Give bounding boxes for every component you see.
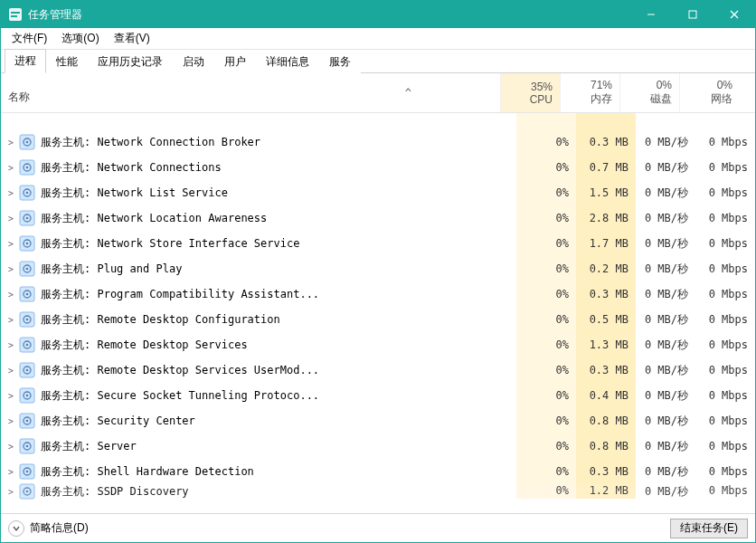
tab-details[interactable]: 详细信息 <box>256 50 319 73</box>
process-row[interactable]: >服务主机: Program Compatibility Assistant..… <box>1 281 755 307</box>
process-row[interactable]: >服务主机: Shell Hardware Detection0%0.3 MB0… <box>1 459 755 484</box>
process-network: 0 Mbps <box>695 408 755 433</box>
process-disk: 0 MB/秒 <box>636 383 695 408</box>
process-row[interactable]: >服务主机: Plug and Play0%0.2 MB0 MB/秒0 Mbps <box>1 256 755 281</box>
process-network: 0 Mbps <box>695 180 755 205</box>
disk-usage-pct: 0% <box>657 79 672 91</box>
expand-toggle-icon[interactable]: > <box>1 188 15 198</box>
tab-performance[interactable]: 性能 <box>46 50 88 73</box>
expand-toggle-icon[interactable]: > <box>1 467 15 477</box>
expand-toggle-icon[interactable]: > <box>1 366 15 376</box>
process-row[interactable]: >服务主机: SSDP Discovery0%1.2 MB0 MB/秒0 Mbp… <box>1 484 755 499</box>
fewer-details-label[interactable]: 简略信息(D) <box>30 520 89 536</box>
process-name: 服务主机: Remote Desktop Configuration <box>41 312 516 328</box>
process-memory: 1.2 MB <box>576 484 636 499</box>
process-row[interactable]: >服务主机: Remote Desktop Services0%1.3 MB0 … <box>1 332 755 357</box>
chevron-down-icon <box>12 524 21 533</box>
process-disk: 0 MB/秒 <box>636 155 695 180</box>
process-row[interactable]: >服务主机: Server0%0.8 MB0 MB/秒0 Mbps <box>1 433 755 459</box>
process-network: 0 Mbps <box>695 332 755 357</box>
process-row[interactable]: >服务主机: Network Store Interface Service0%… <box>1 231 755 256</box>
column-name-label: 名称 <box>8 90 30 109</box>
minimize-button[interactable] <box>630 1 672 28</box>
expand-toggle-icon[interactable]: > <box>1 416 15 426</box>
menu-options[interactable]: 选项(O) <box>54 29 106 48</box>
service-host-icon <box>19 286 35 302</box>
expand-toggle-icon[interactable]: > <box>1 391 15 401</box>
column-memory[interactable]: 71% 内存 <box>561 73 620 112</box>
expand-toggle-icon[interactable]: > <box>1 138 15 148</box>
process-row[interactable]: >服务主机: Network Connections0%0.7 MB0 MB/秒… <box>1 155 755 180</box>
service-host-icon <box>19 387 35 404</box>
network-label: 网络 <box>711 91 732 107</box>
process-disk: 0 MB/秒 <box>636 180 695 205</box>
process-cpu: 0% <box>516 281 576 307</box>
service-host-icon <box>19 438 35 454</box>
process-name: 服务主机: Network List Service <box>41 186 516 201</box>
column-headers: 名称 ^ 35% CPU 71% 内存 0% 磁盘 0% 网络 <box>1 73 755 113</box>
svg-point-45 <box>26 445 29 448</box>
tab-services[interactable]: 服务 <box>319 50 361 73</box>
column-name[interactable]: 名称 ^ <box>1 73 501 112</box>
column-disk[interactable]: 0% 磁盘 <box>620 73 680 112</box>
maximize-button[interactable] <box>672 1 713 28</box>
service-host-icon <box>19 134 35 150</box>
expand-toggle-icon[interactable]: > <box>1 163 15 173</box>
tab-app-history[interactable]: 应用历史记录 <box>88 50 173 73</box>
service-host-icon <box>19 185 35 201</box>
process-disk: 0 MB/秒 <box>636 433 695 459</box>
process-cpu: 0% <box>516 129 576 155</box>
svg-point-9 <box>26 141 29 144</box>
process-memory: 1.5 MB <box>576 180 636 205</box>
expand-toggle-icon[interactable]: > <box>1 315 15 325</box>
expand-toggle-icon[interactable]: > <box>1 442 15 452</box>
expand-toggle-icon[interactable]: > <box>1 340 15 350</box>
process-memory: 0.3 MB <box>576 129 636 155</box>
process-memory: 0.5 MB <box>576 307 636 332</box>
service-host-icon <box>19 311 35 328</box>
process-row[interactable]: >服务主机: Network Location Awareness0%2.8 M… <box>1 205 755 231</box>
process-cpu: 0% <box>516 459 576 484</box>
process-memory: 0.8 MB <box>576 408 636 433</box>
svg-rect-0 <box>9 8 22 21</box>
process-row-partial-top <box>1 113 755 129</box>
expand-toggle-icon[interactable]: > <box>1 214 15 224</box>
process-network: 0 Mbps <box>695 307 755 332</box>
expand-toggle-icon[interactable]: > <box>1 487 15 497</box>
process-network: 0 Mbps <box>695 484 755 499</box>
process-memory: 0.3 MB <box>576 281 636 307</box>
process-name: 服务主机: Security Center <box>41 414 516 429</box>
tab-processes[interactable]: 进程 <box>5 49 46 73</box>
process-network: 0 Mbps <box>695 459 755 484</box>
close-button[interactable] <box>713 1 755 28</box>
svg-point-27 <box>26 293 29 296</box>
process-disk: 0 MB/秒 <box>636 307 695 332</box>
process-cpu: 0% <box>516 205 576 231</box>
end-task-button[interactable]: 结束任务(E) <box>670 519 748 538</box>
tab-startup[interactable]: 启动 <box>173 50 214 73</box>
process-cpu: 0% <box>516 231 576 256</box>
menu-file[interactable]: 文件(F) <box>5 29 54 48</box>
expand-toggle-icon[interactable]: > <box>1 239 15 249</box>
fewer-details-toggle[interactable] <box>8 520 24 537</box>
process-row[interactable]: >服务主机: Secure Socket Tunneling Protoco..… <box>1 383 755 408</box>
column-cpu[interactable]: 35% CPU <box>501 73 561 112</box>
process-network: 0 Mbps <box>695 433 755 459</box>
process-list-viewport[interactable]: >服务主机: Network Connection Broker0%0.3 MB… <box>1 113 755 513</box>
process-row[interactable]: >服务主机: Security Center0%0.8 MB0 MB/秒0 Mb… <box>1 408 755 433</box>
expand-toggle-icon[interactable]: > <box>1 290 15 300</box>
process-row[interactable]: >服务主机: Network List Service0%1.5 MB0 MB/… <box>1 180 755 205</box>
process-row[interactable]: >服务主机: Remote Desktop Services UserMod..… <box>1 357 755 383</box>
tab-users[interactable]: 用户 <box>214 50 256 73</box>
process-row[interactable]: >服务主机: Remote Desktop Configuration0%0.5… <box>1 307 755 332</box>
process-row[interactable]: >服务主机: Network Connection Broker0%0.3 MB… <box>1 129 755 155</box>
network-usage-pct: 0% <box>717 79 732 91</box>
svg-point-15 <box>26 192 29 195</box>
process-disk: 0 MB/秒 <box>636 129 695 155</box>
process-memory: 1.7 MB <box>576 231 636 256</box>
menu-view[interactable]: 查看(V) <box>107 29 157 48</box>
process-memory: 2.8 MB <box>576 205 636 231</box>
expand-toggle-icon[interactable]: > <box>1 264 15 274</box>
column-network[interactable]: 0% 网络 <box>680 73 740 112</box>
titlebar[interactable]: 任务管理器 <box>1 1 755 28</box>
